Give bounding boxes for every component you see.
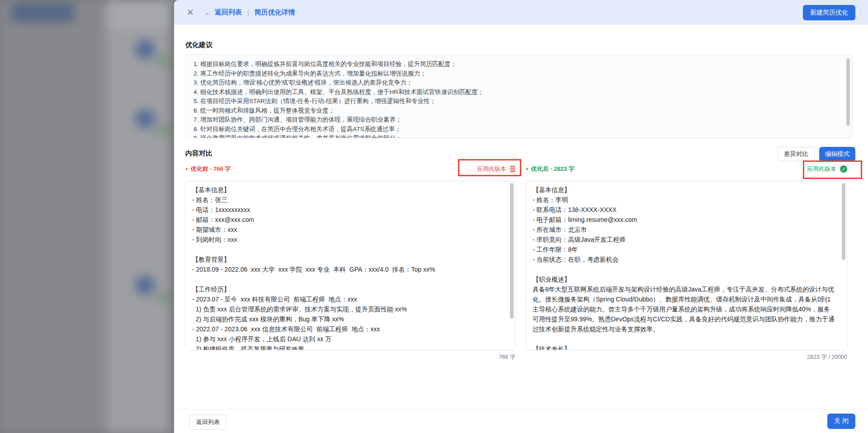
apply-before-version-link[interactable]: 应用此版本 [477, 165, 515, 173]
new-optimization-button[interactable]: 新建简历优化 [803, 5, 855, 20]
after-version-label: ● 优化后 - 2823 字 [526, 165, 575, 173]
before-column-header: ● 优化前 - 766 字 应用此版本 [185, 163, 515, 175]
suggestion-item: 1. 根据目标岗位要求，明确提炼并前置与岗位高度相关的专业技能和项目经验，提升简… [193, 60, 840, 69]
suggestion-item: 8. 针对目标岗位关键词，在简历中合理分布相关术语，提高ATS系统通过率； [193, 125, 840, 134]
suggestion-item: 2. 将工作经历中的职责描述转化为成果导向的表达方式，增加量化指标以增强说服力； [193, 69, 840, 79]
close-icon[interactable]: ✕ [187, 8, 194, 17]
after-dot-icon: ● [526, 167, 528, 171]
comparison-mode-buttons: 差异对比 编辑模式 [778, 147, 855, 161]
page-title: 简历优化详情 [255, 8, 295, 17]
resume-optimization-detail-modal: ✕ ← 返回列表 | 简历优化详情 新建简历优化 优化建议 1. 根据目标岗位要… [174, 0, 868, 433]
suggestion-item: 3. 优化简历结构，增设'核心优势'或'职业概述'模块，突出候选人的差异化竞争力… [193, 78, 840, 88]
before-char-counter: 766 字 [185, 353, 515, 361]
suggestion-item: 7. 增加对团队协作、跨部门沟通、项目管理能力的体现，展现综合职业素养； [193, 115, 840, 125]
suggestion-item: 9. 强化教育背景中的学术成就或课程相关性，尤其是与岗位需求契合的部分； [193, 134, 840, 138]
before-scrollbar[interactable] [510, 183, 514, 319]
modal-topbar: ✕ ← 返回列表 | 简历优化详情 新建简历优化 [174, 0, 868, 25]
footer-divider [174, 409, 868, 409]
after-column-header: ● 优化后 - 2823 字 应用此版本 ✓ [526, 163, 847, 175]
suggestions-heading: 优化建议 [185, 41, 212, 49]
list-icon [510, 166, 515, 172]
footer-close-button[interactable]: 关 闭 [827, 414, 855, 429]
apply-after-version-link[interactable]: 应用此版本 ✓ [807, 165, 847, 173]
after-content-textarea[interactable]: 【基本信息】 - 姓名：李明 - 联系电话：138-XXXX-XXXX - 电子… [526, 181, 847, 350]
suggestions-scrollbar[interactable] [846, 58, 850, 126]
edit-mode-button[interactable]: 编辑模式 [819, 147, 855, 161]
back-link-label: 返回列表 [215, 8, 242, 17]
footer-back-button[interactable]: 返回列表 [189, 414, 226, 430]
diff-mode-button[interactable]: 差异对比 [778, 147, 815, 161]
check-circle-icon: ✓ [840, 165, 847, 173]
comparison-heading: 内容对比 [185, 149, 212, 158]
suggestion-item: 4. 细化技术栈描述，明确列出使用的工具、框架、平台及熟练程度，便于HR和技术面… [193, 88, 840, 97]
before-dot-icon: ● [185, 167, 188, 171]
suggestion-item: 6. 统一时间格式和排版风格，提升整体视觉专业度； [193, 106, 840, 116]
before-content-textarea[interactable]: 【基本信息】 - 姓名：张三 - 电话：1xxxxxxxxxx - 邮箱：xxx… [185, 181, 515, 350]
back-to-list-link[interactable]: ← 返回列表 [205, 8, 242, 17]
suggestions-box[interactable]: 1. 根据目标岗位要求，明确提炼并前置与岗位高度相关的专业技能和项目经验，提升简… [185, 54, 853, 138]
suggestions-list: 1. 根据目标岗位要求，明确提炼并前置与岗位高度相关的专业技能和项目经验，提升简… [186, 55, 852, 138]
back-arrow-icon: ← [205, 9, 212, 16]
topbar-separator: | [247, 9, 249, 16]
before-version-label: ● 优化前 - 766 字 [185, 165, 231, 173]
after-char-counter: 2823 字 / 20000 [526, 353, 847, 361]
after-scrollbar[interactable] [842, 183, 845, 260]
suggestion-item: 5. 在项目经历中采用STAR法则（情境-任务-行动-结果）进行重构，增强逻辑性… [193, 97, 840, 106]
